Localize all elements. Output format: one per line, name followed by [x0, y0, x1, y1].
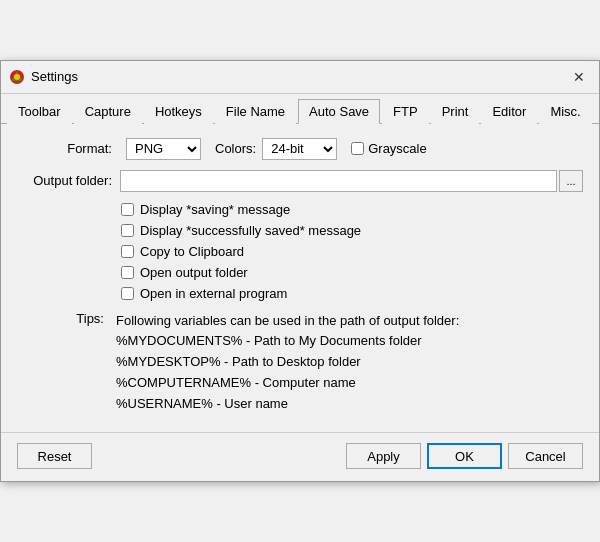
app-icon [9, 69, 25, 85]
options-list: Display *saving* message Display *succes… [121, 202, 583, 301]
title-bar-left: Settings [9, 69, 78, 85]
cancel-button[interactable]: Cancel [508, 443, 583, 469]
output-folder-input[interactable] [120, 170, 557, 192]
colors-select[interactable]: 24-bit 8-bit 4-bit 1-bit [262, 138, 337, 160]
grayscale-label[interactable]: Grayscale [368, 141, 427, 156]
option-checkbox-1[interactable] [121, 203, 134, 216]
option-checkbox-5[interactable] [121, 287, 134, 300]
content-area: Format: PNG JPG BMP GIF TIFF Colors: 24-… [1, 124, 599, 425]
grayscale-checkbox[interactable] [351, 142, 364, 155]
tab-capture[interactable]: Capture [74, 99, 142, 124]
option-label-2[interactable]: Display *successfully saved* message [140, 223, 361, 238]
tips-section: Tips: Following variables can be used in… [17, 311, 583, 415]
title-bar: Settings ✕ [1, 61, 599, 94]
format-label: Format: [17, 141, 112, 156]
format-group: Format: PNG JPG BMP GIF TIFF [17, 138, 201, 160]
option-label-5[interactable]: Open in external program [140, 286, 287, 301]
tips-content: Following variables can be used in the p… [116, 311, 459, 415]
window-title: Settings [31, 69, 78, 84]
colors-group: Colors: 24-bit 8-bit 4-bit 1-bit [215, 138, 337, 160]
option-item-2: Display *successfully saved* message [121, 223, 583, 238]
option-item-5: Open in external program [121, 286, 583, 301]
reset-button[interactable]: Reset [17, 443, 92, 469]
format-select[interactable]: PNG JPG BMP GIF TIFF [126, 138, 201, 160]
option-item-1: Display *saving* message [121, 202, 583, 217]
option-item-3: Copy to Clipboard [121, 244, 583, 259]
tab-editor[interactable]: Editor [481, 99, 537, 124]
option-label-3[interactable]: Copy to Clipboard [140, 244, 244, 259]
tab-ftp[interactable]: FTP [382, 99, 429, 124]
grayscale-group: Grayscale [351, 141, 427, 156]
tips-label: Tips: [17, 311, 112, 415]
tips-line-4: %COMPUTERNAME% - Computer name [116, 373, 459, 394]
tab-toolbar[interactable]: Toolbar [7, 99, 72, 124]
close-button[interactable]: ✕ [567, 67, 591, 87]
browse-button[interactable]: ... [559, 170, 583, 192]
tab-print[interactable]: Print [431, 99, 480, 124]
option-checkbox-3[interactable] [121, 245, 134, 258]
option-label-4[interactable]: Open output folder [140, 265, 248, 280]
footer: Reset Apply OK Cancel [1, 432, 599, 481]
tips-line-2: %MYDOCUMENTS% - Path to My Documents fol… [116, 331, 459, 352]
tab-bar: Toolbar Capture Hotkeys File Name Auto S… [1, 94, 599, 124]
output-folder-row: Output folder: ... [17, 170, 583, 192]
tips-line-3: %MYDESKTOP% - Path to Desktop folder [116, 352, 459, 373]
tab-hotkeys[interactable]: Hotkeys [144, 99, 213, 124]
option-checkbox-4[interactable] [121, 266, 134, 279]
footer-right: Apply OK Cancel [346, 443, 583, 469]
option-checkbox-2[interactable] [121, 224, 134, 237]
tab-misc[interactable]: Misc. [539, 99, 591, 124]
tips-line-5: %USERNAME% - User name [116, 394, 459, 415]
svg-point-1 [14, 74, 20, 80]
tips-line-1: Following variables can be used in the p… [116, 311, 459, 332]
ok-button[interactable]: OK [427, 443, 502, 469]
format-row: Format: PNG JPG BMP GIF TIFF Colors: 24-… [17, 138, 583, 160]
output-folder-label: Output folder: [17, 173, 112, 188]
tab-autosave[interactable]: Auto Save [298, 99, 380, 124]
tab-filename[interactable]: File Name [215, 99, 296, 124]
apply-button[interactable]: Apply [346, 443, 421, 469]
option-label-1[interactable]: Display *saving* message [140, 202, 290, 217]
settings-window: Settings ✕ Toolbar Capture Hotkeys File … [0, 60, 600, 483]
option-item-4: Open output folder [121, 265, 583, 280]
colors-label: Colors: [215, 141, 256, 156]
